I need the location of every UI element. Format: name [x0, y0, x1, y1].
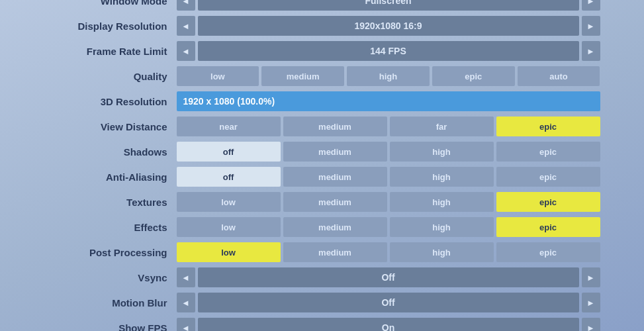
anti-aliasing-option-epic[interactable]: epic — [496, 167, 600, 187]
show-fps-value: On — [198, 318, 579, 331]
shadows-option-high[interactable]: high — [390, 142, 494, 162]
shadows-option-medium[interactable]: medium — [283, 142, 387, 162]
control-quality: lowmediumhighepicauto — [177, 66, 600, 86]
row-frame-rate-limit: Frame Rate Limit◄144 FPS► — [44, 40, 600, 62]
vsync-right-arrow[interactable]: ► — [582, 267, 600, 287]
label-display-resolution: Display Resolution — [44, 21, 177, 32]
label-quality: Quality — [44, 71, 177, 82]
control-effects: lowmediumhighepic — [177, 217, 600, 237]
control-frame-rate-limit: ◄144 FPS► — [177, 41, 600, 61]
label-anti-aliasing: Anti-Aliasing — [44, 171, 177, 183]
control-shadows: offmediumhighepic — [177, 142, 600, 162]
row-effects: Effectslowmediumhighepic — [44, 216, 600, 238]
label-shadows: Shadows — [44, 146, 177, 158]
label-window-mode: Window Mode — [44, 0, 177, 7]
label-vsync: Vsync — [44, 272, 177, 283]
row-motion-blur: Motion Blur◄Off► — [44, 291, 600, 314]
quality-option-high[interactable]: high — [347, 66, 430, 86]
textures-option-medium[interactable]: medium — [283, 192, 387, 212]
motion-blur-left-arrow[interactable]: ◄ — [177, 293, 195, 312]
control-view-distance: nearmediumfarepic — [177, 117, 600, 136]
post-processing-option-low[interactable]: low — [177, 242, 281, 262]
frame-rate-limit-left-arrow[interactable]: ◄ — [177, 41, 195, 61]
post-processing-options: lowmediumhighepic — [177, 242, 600, 262]
motion-blur-value: Off — [198, 293, 579, 312]
row-3d-resolution: 3D Resolution1920 x 1080 (100.0%) — [44, 90, 600, 113]
frame-rate-limit-right-arrow[interactable]: ► — [582, 41, 600, 61]
row-view-distance: View Distancenearmediumfarepic — [44, 115, 600, 138]
effects-options: lowmediumhighepic — [177, 217, 600, 237]
post-processing-option-high[interactable]: high — [390, 242, 494, 262]
view-distance-options: nearmediumfarepic — [177, 117, 600, 136]
control-window-mode: ◄Fullscreen► — [177, 0, 600, 11]
label-effects: Effects — [44, 222, 177, 233]
row-display-resolution: Display Resolution◄1920x1080 16:9► — [44, 15, 600, 37]
label-3d-resolution: 3D Resolution — [44, 96, 177, 107]
row-anti-aliasing: Anti-Aliasingoffmediumhighepic — [44, 166, 600, 188]
row-vsync: Vsync◄Off► — [44, 266, 600, 289]
control-post-processing: lowmediumhighepic — [177, 242, 600, 262]
view-distance-option-near[interactable]: near — [177, 117, 281, 136]
display-resolution-left-arrow[interactable]: ◄ — [177, 16, 195, 36]
row-textures: Textureslowmediumhighepic — [44, 191, 600, 213]
post-processing-option-medium[interactable]: medium — [283, 242, 387, 262]
textures-option-high[interactable]: high — [390, 192, 494, 212]
control-textures: lowmediumhighepic — [177, 192, 600, 212]
show-fps-left-arrow[interactable]: ◄ — [177, 318, 195, 331]
show-fps-right-arrow[interactable]: ► — [582, 318, 600, 331]
textures-option-epic[interactable]: epic — [496, 192, 600, 212]
shadows-options: offmediumhighepic — [177, 142, 600, 162]
settings-panel: Window Mode◄Fullscreen►Display Resolutio… — [44, 0, 600, 331]
control-3d-resolution: 1920 x 1080 (100.0%) — [177, 91, 600, 111]
effects-option-high[interactable]: high — [390, 217, 494, 237]
effects-option-medium[interactable]: medium — [283, 217, 387, 237]
view-distance-option-medium[interactable]: medium — [283, 117, 387, 136]
anti-aliasing-options: offmediumhighepic — [177, 167, 600, 187]
row-shadows: Shadowsoffmediumhighepic — [44, 140, 600, 163]
label-show-fps: Show FPS — [44, 322, 177, 332]
row-quality: Qualitylowmediumhighepicauto — [44, 65, 600, 87]
display-resolution-right-arrow[interactable]: ► — [582, 16, 600, 36]
label-view-distance: View Distance — [44, 121, 177, 132]
row-post-processing: Post Processinglowmediumhighepic — [44, 241, 600, 263]
anti-aliasing-option-medium[interactable]: medium — [283, 167, 387, 187]
control-display-resolution: ◄1920x1080 16:9► — [177, 16, 600, 36]
effects-option-low[interactable]: low — [177, 217, 281, 237]
motion-blur-right-arrow[interactable]: ► — [582, 293, 600, 312]
shadows-option-epic[interactable]: epic — [496, 142, 600, 162]
row-show-fps: Show FPS◄On► — [44, 316, 600, 331]
vsync-value: Off — [198, 267, 579, 287]
label-frame-rate-limit: Frame Rate Limit — [44, 46, 177, 57]
quality-option-epic[interactable]: epic — [432, 66, 515, 86]
label-post-processing: Post Processing — [44, 247, 177, 258]
post-processing-option-epic[interactable]: epic — [496, 242, 600, 262]
control-vsync: ◄Off► — [177, 267, 600, 287]
frame-rate-limit-value: 144 FPS — [198, 41, 579, 61]
shadows-option-off[interactable]: off — [177, 142, 281, 162]
control-anti-aliasing: offmediumhighepic — [177, 167, 600, 187]
control-show-fps: ◄On► — [177, 318, 600, 331]
quality-option-medium[interactable]: medium — [261, 66, 344, 86]
row-window-mode: Window Mode◄Fullscreen► — [44, 0, 600, 12]
display-resolution-value: 1920x1080 16:9 — [198, 16, 579, 36]
window-mode-value: Fullscreen — [198, 0, 579, 11]
textures-options: lowmediumhighepic — [177, 192, 600, 212]
anti-aliasing-option-high[interactable]: high — [390, 167, 494, 187]
quality-option-auto[interactable]: auto — [518, 66, 600, 86]
anti-aliasing-option-off[interactable]: off — [177, 167, 281, 187]
vsync-left-arrow[interactable]: ◄ — [177, 267, 195, 287]
control-motion-blur: ◄Off► — [177, 293, 600, 312]
3d-resolution-value: 1920 x 1080 (100.0%) — [177, 91, 600, 111]
window-mode-right-arrow[interactable]: ► — [582, 0, 600, 11]
window-mode-left-arrow[interactable]: ◄ — [177, 0, 195, 11]
quality-options: lowmediumhighepicauto — [177, 66, 600, 86]
quality-option-low[interactable]: low — [177, 66, 259, 86]
label-motion-blur: Motion Blur — [44, 297, 177, 308]
label-textures: Textures — [44, 197, 177, 208]
view-distance-option-far[interactable]: far — [390, 117, 494, 136]
view-distance-option-epic[interactable]: epic — [496, 117, 600, 136]
effects-option-epic[interactable]: epic — [496, 217, 600, 237]
textures-option-low[interactable]: low — [177, 192, 281, 212]
